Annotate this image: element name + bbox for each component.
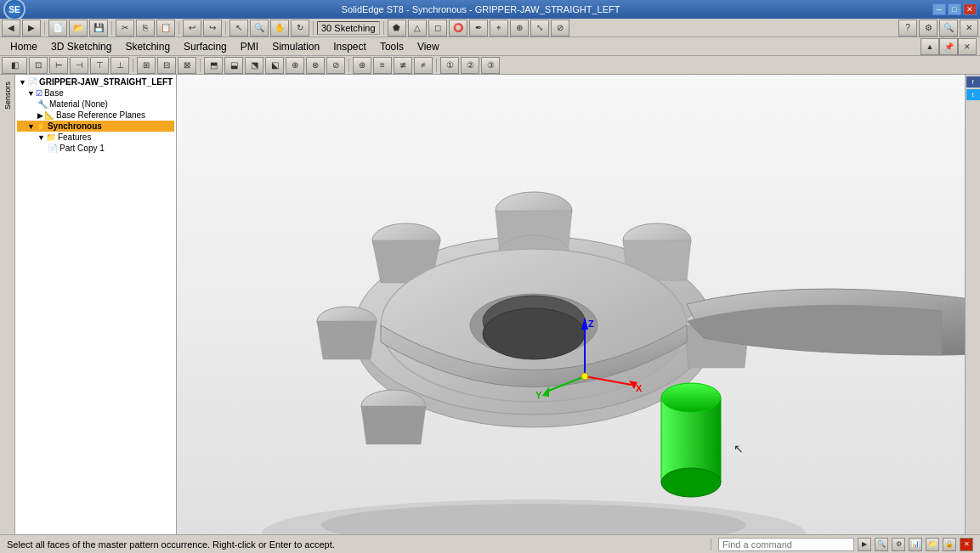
svg-text:X: X xyxy=(636,383,643,393)
menu-sketching[interactable]: Sketching xyxy=(118,37,177,55)
status-icon-1[interactable]: 🔍 xyxy=(875,538,888,551)
ribbon-btn-18[interactable]: ≡ xyxy=(373,57,392,74)
ribbon-btn-8[interactable]: ⊟ xyxy=(157,57,176,74)
ribbon-sep-3 xyxy=(348,59,349,72)
gear-3d-model: Z X Y TOP L xyxy=(177,75,965,534)
menu-inspect[interactable]: Inspect xyxy=(326,37,373,55)
pin-ribbon-button[interactable]: 📌 xyxy=(939,38,958,55)
ribbon-btn-20[interactable]: ≠ xyxy=(414,57,433,74)
viewport[interactable]: Z X Y TOP L xyxy=(177,75,965,534)
cut-button[interactable]: ✂ xyxy=(116,20,134,37)
tree-item-features[interactable]: ▼ 📁 Features xyxy=(17,132,174,143)
ribbon-btn-23[interactable]: ③ xyxy=(481,57,500,74)
social-icon[interactable]: f xyxy=(966,76,980,87)
status-icon-3[interactable]: 📊 xyxy=(909,538,922,551)
pan-button[interactable]: ✋ xyxy=(270,20,289,37)
menu-surfacing[interactable]: Surfacing xyxy=(177,37,234,55)
close-panel-button[interactable]: ✕ xyxy=(960,20,978,37)
titlebar: SE SolidEdge ST8 - Synchronous - GRIPPER… xyxy=(0,0,980,19)
redo-button[interactable]: ↪ xyxy=(203,20,222,37)
ribbon-btn-10[interactable]: ⬒ xyxy=(204,57,223,74)
sketch-btn-6[interactable]: ⌖ xyxy=(490,20,508,37)
app-logo[interactable]: SE xyxy=(3,0,25,20)
tree-item-base[interactable]: ▼ ☑ Base xyxy=(17,87,174,99)
tree-item-synchronous[interactable]: ▼ ⚡ Synchronous xyxy=(17,121,174,132)
sketch-btn-7[interactable]: ⊕ xyxy=(510,20,529,37)
ribbon-btn-3[interactable]: ⊢ xyxy=(49,57,68,74)
minimize-button[interactable]: ─ xyxy=(932,3,946,15)
zoom-button[interactable]: 🔍 xyxy=(250,20,269,37)
tree-item-ref-planes[interactable]: ▶ 📐 Base Reference Planes xyxy=(17,110,174,121)
ribbon-btn-17[interactable]: ⊛ xyxy=(353,57,371,74)
ribbon-btn-21[interactable]: ① xyxy=(440,57,459,74)
ribbon-btn-22[interactable]: ② xyxy=(461,57,479,74)
ribbon-btn-2[interactable]: ⊡ xyxy=(29,57,48,74)
main-toolbar: ◀ ▶ 📄 📂 💾 ✂ ⎘ 📋 ↩ ↪ ↖ 🔍 ✋ ↻ 30 Sketching… xyxy=(0,19,980,37)
ribbon-btn-12[interactable]: ⬔ xyxy=(245,57,263,74)
tab-sensors[interactable]: Sensors xyxy=(2,78,14,113)
menu-view[interactable]: View xyxy=(411,37,446,55)
planes-icon: 📐 xyxy=(44,110,54,120)
ribbon-btn-7[interactable]: ⊞ xyxy=(137,57,156,74)
toolbar-separator-4 xyxy=(225,21,226,35)
menu-pmi[interactable]: PMI xyxy=(234,37,265,55)
ribbon-btn-13[interactable]: ⬕ xyxy=(265,57,284,74)
sketch-btn-3[interactable]: ◻ xyxy=(428,20,447,37)
maximize-button[interactable]: □ xyxy=(948,3,961,15)
menubar: Home 3D Sketching Sketching Surfacing PM… xyxy=(0,37,980,56)
status-icon-2[interactable]: ⚙ xyxy=(892,538,905,551)
menu-close-button[interactable]: ✕ xyxy=(958,38,977,55)
ribbon-btn-19[interactable]: ≢ xyxy=(394,57,412,74)
tree-item-material[interactable]: 🔧 Material (None) xyxy=(17,99,174,110)
menu-tools[interactable]: Tools xyxy=(373,37,411,55)
sketch-btn-5[interactable]: ✒ xyxy=(469,20,488,37)
select-button[interactable]: ↖ xyxy=(229,20,248,37)
close-button[interactable]: ✕ xyxy=(963,3,977,15)
ribbon-btn-1[interactable]: ◧ xyxy=(2,57,27,74)
status-icon-6[interactable]: ✕ xyxy=(960,538,973,551)
sketch-btn-8[interactable]: ⤡ xyxy=(530,20,549,37)
twitter-icon[interactable]: t xyxy=(966,89,980,100)
save-button[interactable]: 💾 xyxy=(89,20,108,37)
ribbon-btn-6[interactable]: ⊥ xyxy=(110,57,129,74)
checkbox-icon: ☑ xyxy=(36,89,42,98)
ribbon-btn-16[interactable]: ⊘ xyxy=(326,57,345,74)
ribbon-btn-4[interactable]: ⊣ xyxy=(70,57,88,74)
copy-button[interactable]: ⎘ xyxy=(136,20,155,37)
status-icon-4[interactable]: 📁 xyxy=(926,538,939,551)
tree-root-label: GRIPPER-JAW_STRAIGHT_LEFT xyxy=(39,77,173,87)
sketch-btn-2[interactable]: △ xyxy=(408,20,427,37)
menu-3d-sketching[interactable]: 3D Sketching xyxy=(44,37,118,55)
tree-part-copy-label: Part Copy 1 xyxy=(59,144,105,153)
close-ribbon-button[interactable]: ▲ xyxy=(921,38,939,55)
back-button[interactable]: ◀ xyxy=(2,20,20,37)
ribbon-btn-9[interactable]: ⊠ xyxy=(178,57,196,74)
sketch-btn-9[interactable]: ⊘ xyxy=(551,20,569,37)
expand-icon: ▼ xyxy=(19,78,26,87)
ribbon-btn-5[interactable]: ⊤ xyxy=(90,57,109,74)
settings-button[interactable]: ⚙ xyxy=(919,20,938,37)
ribbon-btn-15[interactable]: ⊗ xyxy=(306,57,325,74)
find-go-button[interactable]: ▶ xyxy=(858,538,871,551)
search-button[interactable]: 🔍 xyxy=(939,20,958,37)
ribbon-btn-14[interactable]: ⊕ xyxy=(286,57,304,74)
menu-home[interactable]: Home xyxy=(3,37,44,55)
menu-simulation[interactable]: Simulation xyxy=(265,37,326,55)
status-icon-5[interactable]: 🔒 xyxy=(943,538,956,551)
help-button[interactable]: ? xyxy=(898,20,917,37)
new-button[interactable]: 📄 xyxy=(48,20,67,37)
sketch-btn-1[interactable]: ⬟ xyxy=(388,20,406,37)
find-command-input[interactable] xyxy=(718,538,854,551)
tree-item-part-copy[interactable]: 📄 Part Copy 1 xyxy=(17,143,174,154)
toolbar-separator-5 xyxy=(313,21,314,35)
tree-item-root[interactable]: ▼ 📄 GRIPPER-JAW_STRAIGHT_LEFT xyxy=(17,76,174,87)
open-button[interactable]: 📂 xyxy=(69,20,88,37)
forward-button[interactable]: ▶ xyxy=(22,20,41,37)
rotate-button[interactable]: ↻ xyxy=(291,20,309,37)
sketch-btn-4[interactable]: ⭕ xyxy=(449,20,467,37)
ribbon-btn-11[interactable]: ⬓ xyxy=(224,57,243,74)
statusbar-message: Select all faces of the master pattern o… xyxy=(7,539,335,550)
expand-icon-features: ▼ xyxy=(37,133,45,142)
paste-button[interactable]: 📋 xyxy=(156,20,175,37)
undo-button[interactable]: ↩ xyxy=(183,20,201,37)
